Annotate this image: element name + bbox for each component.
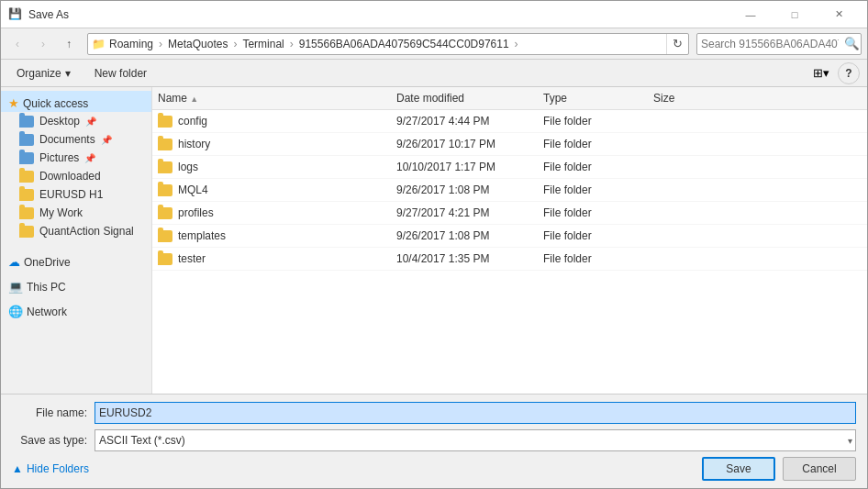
file-type-cell: File folder (538, 250, 648, 268)
thispc-icon: 💻 (8, 280, 23, 294)
onedrive-icon: ☁ (8, 255, 20, 269)
pictures-label: Pictures (39, 151, 79, 164)
file-name: logs (178, 161, 198, 173)
cancel-button[interactable]: Cancel (783, 457, 856, 481)
minimize-button[interactable]: — (729, 1, 772, 28)
file-size-cell (648, 210, 721, 216)
file-name-cell: profiles (152, 204, 391, 222)
folder-icon (158, 253, 172, 265)
sidebar-item-thispc[interactable]: 💻 This PC (1, 274, 151, 295)
file-date-cell: 9/26/2017 1:08 PM (391, 227, 538, 245)
help-button[interactable]: ? (838, 62, 860, 84)
organize-button[interactable]: Organize ▾ (8, 62, 79, 84)
sidebar-item-quantaction[interactable]: QuantAction Signal (1, 222, 151, 240)
file-name-cell: config (152, 112, 391, 130)
desktop-pin: 📌 (85, 117, 96, 127)
pictures-pin: 📌 (84, 153, 95, 163)
filename-input[interactable] (95, 402, 856, 424)
table-row[interactable]: history 9/26/2017 10:17 PM File folder (152, 133, 867, 156)
breadcrumb-metaquotes: MetaQuotes (168, 38, 228, 50)
file-list-header: Name ▲ Date modified Type Size (152, 87, 867, 110)
sidebar-item-desktop[interactable]: Desktop 📌 (1, 112, 151, 130)
title-controls: — □ ✕ (729, 1, 860, 28)
title-bar: 💾 Save As — □ ✕ (1, 1, 867, 28)
save-button[interactable]: Save (702, 457, 775, 481)
sidebar-item-pictures[interactable]: Pictures 📌 (1, 149, 151, 167)
up-button[interactable]: ↑ (58, 33, 80, 55)
view-button[interactable]: ⊞▾ (808, 62, 834, 84)
sidebar-item-quick-access[interactable]: ★ Quick access (1, 91, 151, 112)
thispc-label: This PC (27, 281, 66, 294)
column-size[interactable]: Size (648, 89, 721, 107)
quantaction-label: QuantAction Signal (39, 225, 134, 238)
file-size-cell (648, 164, 721, 170)
file-rows-container: config 9/27/2017 4:44 PM File folder his… (152, 110, 867, 271)
sidebar-item-mywork[interactable]: My Work (1, 204, 151, 222)
refresh-button[interactable]: ↻ (666, 34, 688, 54)
file-name: profiles (178, 206, 214, 219)
table-row[interactable]: profiles 9/27/2017 4:21 PM File folder (152, 202, 867, 225)
column-date[interactable]: Date modified (391, 89, 538, 107)
main-content: ★ Quick access Desktop 📌 Documents 📌 Pic… (1, 87, 867, 394)
new-folder-button[interactable]: New folder (86, 62, 155, 84)
search-icon-button[interactable]: 🔍 (842, 34, 861, 54)
sep4: › (515, 38, 518, 50)
table-row[interactable]: logs 10/10/2017 1:17 PM File folder (152, 156, 867, 179)
address-bar[interactable]: 📁 Roaming › MetaQuotes › Terminal › 9155… (87, 33, 689, 55)
file-size-cell (648, 141, 721, 147)
forward-button[interactable]: › (32, 33, 54, 55)
file-size-cell (648, 187, 721, 193)
table-row[interactable]: MQL4 9/26/2017 1:08 PM File folder (152, 179, 867, 202)
sidebar-item-onedrive[interactable]: ☁ OneDrive (1, 250, 151, 271)
table-row[interactable]: templates 9/26/2017 1:08 PM File folder (152, 225, 867, 248)
file-name-cell: tester (152, 250, 391, 268)
breadcrumb-hash: 915566BA06ADA407569C544CC0D97611 (299, 38, 509, 50)
search-box[interactable]: 🔍 (696, 33, 862, 55)
sidebar-item-network[interactable]: 🌐 Network (1, 299, 151, 320)
maximize-button[interactable]: □ (773, 1, 816, 28)
close-button[interactable]: ✕ (818, 1, 860, 28)
title-bar-left: 💾 Save As (8, 7, 69, 22)
saveastype-label: Save as type: (12, 434, 95, 447)
file-name: history (178, 138, 210, 150)
sidebar-item-documents[interactable]: Documents 📌 (1, 130, 151, 149)
table-row[interactable]: config 9/27/2017 4:44 PM File folder (152, 110, 867, 133)
file-name: templates (178, 229, 226, 242)
hide-folders-button[interactable]: ▲ Hide Folders (12, 462, 89, 475)
file-list: Name ▲ Date modified Type Size config (152, 87, 867, 394)
save-as-dialog: 💾 Save As — □ ✕ ‹ › ↑ 📁 Roaming › MetaQu… (0, 0, 868, 489)
search-input[interactable] (697, 38, 842, 50)
view-icon: ⊞▾ (813, 66, 829, 80)
file-type-cell: File folder (538, 112, 648, 130)
table-row[interactable]: tester 10/4/2017 1:35 PM File folder (152, 248, 867, 271)
bottom-panel: File name: Save as type: ASCII Text (*.c… (1, 394, 867, 488)
sidebar-item-eurusd[interactable]: EURUSD H1 (1, 185, 151, 204)
file-date-cell: 10/4/2017 1:35 PM (391, 250, 538, 268)
network-icon: 🌐 (8, 305, 23, 318)
filename-label: File name: (12, 406, 95, 419)
documents-label: Documents (39, 133, 95, 146)
folder-icon (158, 230, 172, 242)
sidebar-item-downloaded[interactable]: Downloaded (1, 167, 151, 185)
network-label: Network (27, 306, 67, 318)
desktop-folder-icon (19, 116, 34, 128)
save-label: Save (726, 462, 751, 475)
quantaction-folder-icon (19, 226, 34, 238)
breadcrumb-roaming: Roaming (109, 38, 153, 50)
column-name[interactable]: Name ▲ (152, 89, 391, 107)
sep1: › (159, 38, 162, 50)
hide-folders-label: Hide Folders (27, 462, 89, 475)
sep2: › (233, 38, 237, 50)
toolbar2-right: ⊞▾ ? (808, 62, 860, 84)
file-name: MQL4 (178, 183, 208, 196)
eurusd-folder-icon (19, 189, 34, 201)
file-name-cell: history (152, 135, 391, 153)
file-date-cell: 9/26/2017 1:08 PM (391, 181, 538, 199)
file-date-cell: 9/27/2017 4:44 PM (391, 112, 538, 130)
back-button[interactable]: ‹ (6, 33, 28, 55)
saveastype-select[interactable]: ASCII Text (*.csv) (95, 429, 856, 451)
hide-folders-chevron: ▲ (12, 462, 23, 475)
column-type[interactable]: Type (538, 89, 648, 107)
file-type-cell: File folder (538, 181, 648, 199)
sep3: › (290, 38, 294, 50)
